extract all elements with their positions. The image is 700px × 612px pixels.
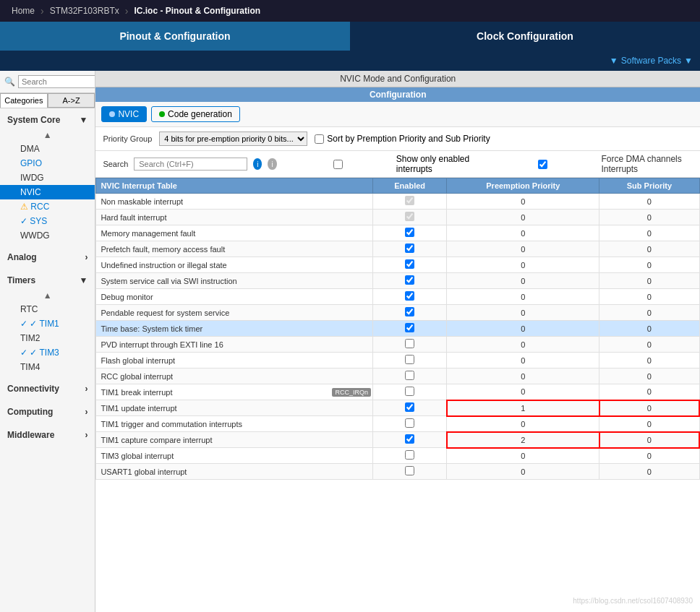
table-row: Time base: System tick timer00 xyxy=(96,321,699,337)
interrupt-enabled-cell[interactable] xyxy=(372,289,446,305)
sidebar-item-rtc[interactable]: RTC xyxy=(0,302,95,316)
show-enabled-checkbox[interactable] xyxy=(283,160,393,169)
rcc-irqn-badge: RCC_IRQn xyxy=(332,388,371,397)
sidebar-item-sys[interactable]: SYS xyxy=(0,214,95,228)
chevron-down-icon-system: ▼ xyxy=(80,115,88,125)
interrupt-enabled-checkbox[interactable] xyxy=(405,196,414,205)
interrupt-enabled-checkbox[interactable] xyxy=(405,466,414,475)
interrupt-sub-priority[interactable]: 0 xyxy=(599,400,699,416)
interrupt-enabled-checkbox[interactable] xyxy=(405,212,414,221)
interrupt-name: TIM1 update interrupt xyxy=(96,400,373,416)
computing-label: Computing xyxy=(7,407,53,417)
interrupt-enabled-checkbox[interactable] xyxy=(405,450,414,460)
interrupt-enabled-cell[interactable] xyxy=(372,273,446,289)
interrupt-enabled-cell[interactable] xyxy=(372,369,446,384)
sidebar-section-header-system-core[interactable]: System Core ▼ xyxy=(0,111,95,129)
scroll-up-arrow[interactable]: ▲ xyxy=(0,129,95,142)
sw-packs-button[interactable]: ▼ Software Packs ▼ xyxy=(610,56,693,66)
interrupt-preemption: 0 xyxy=(447,273,599,289)
scroll-up-arrow-timers[interactable]: ▲ xyxy=(0,289,95,302)
info-icon-2[interactable]: i xyxy=(268,158,276,170)
interrupt-enabled-checkbox[interactable] xyxy=(405,243,414,253)
chevron-right-icon-connectivity: › xyxy=(85,384,88,394)
interrupt-enabled-checkbox[interactable] xyxy=(405,402,414,412)
tab-code-gen[interactable]: Code generation xyxy=(151,106,240,122)
interrupt-enabled-cell[interactable] xyxy=(372,321,446,337)
interrupt-enabled-checkbox[interactable] xyxy=(405,228,414,237)
force-dma-checkbox[interactable] xyxy=(487,160,598,169)
sidebar-item-dma[interactable]: DMA xyxy=(0,142,95,156)
interrupt-enabled-checkbox[interactable] xyxy=(405,339,414,348)
interrupt-enabled-cell[interactable] xyxy=(372,432,446,448)
interrupt-enabled-cell[interactable] xyxy=(372,241,446,257)
interrupt-enabled-checkbox[interactable] xyxy=(405,291,414,301)
sidebar-section-header-computing[interactable]: Computing › xyxy=(0,403,95,421)
interrupt-enabled-checkbox[interactable] xyxy=(405,387,414,396)
interrupt-enabled-cell[interactable] xyxy=(372,400,446,416)
sidebar-search-bar: 🔍 ⚙ xyxy=(0,71,95,93)
chevron-right-icon-analog: › xyxy=(85,252,88,262)
force-dma-checkbox-label[interactable]: Force DMA channels Interrupts xyxy=(487,154,693,174)
interrupt-enabled-cell[interactable] xyxy=(372,464,446,480)
interrupt-enabled-checkbox[interactable] xyxy=(405,355,414,364)
interrupt-enabled-cell[interactable] xyxy=(372,194,446,210)
sidebar-section-header-middleware[interactable]: Middleware › xyxy=(0,426,95,444)
interrupt-enabled-checkbox[interactable] xyxy=(405,434,414,444)
tab-atoz[interactable]: A->Z xyxy=(48,93,95,108)
interrupt-enabled-cell[interactable] xyxy=(372,225,446,241)
sort-priority-checkbox-label[interactable]: Sort by Premption Priority and Sub Prior… xyxy=(315,134,490,144)
sidebar-item-tim4[interactable]: TIM4 xyxy=(0,360,95,374)
interrupt-search-input[interactable] xyxy=(134,158,247,171)
priority-group-select[interactable]: 4 bits for pre-emption priority 0 bits..… xyxy=(159,132,307,146)
interrupt-sub-priority[interactable]: 0 xyxy=(599,432,699,448)
interrupt-enabled-cell[interactable] xyxy=(372,416,446,432)
system-core-label: System Core xyxy=(7,115,60,125)
sidebar-item-rcc[interactable]: RCC xyxy=(0,199,95,214)
sidebar-section-timers: Timers ▼ ▲ RTC ✓ TIM1 TIM2 ✓ TIM3 TIM4 xyxy=(0,269,95,377)
sort-priority-checkbox[interactable] xyxy=(315,134,324,144)
sidebar-section-header-analog[interactable]: Analog › xyxy=(0,249,95,266)
interrupt-enabled-checkbox[interactable] xyxy=(405,275,414,285)
sidebar-section-header-timers[interactable]: Timers ▼ xyxy=(0,272,95,289)
interrupt-preemption[interactable]: 1 xyxy=(447,400,599,416)
sidebar-section-header-connectivity[interactable]: Connectivity › xyxy=(0,380,95,397)
table-row: Prefetch fault, memory access fault00 xyxy=(96,241,699,257)
interrupt-enabled-checkbox[interactable] xyxy=(405,371,414,380)
interrupt-enabled-cell[interactable] xyxy=(372,305,446,321)
interrupt-preemption[interactable]: 2 xyxy=(447,432,599,448)
sidebar-item-tim1[interactable]: ✓ TIM1 xyxy=(0,316,95,331)
sidebar-item-nvic[interactable]: NVIC xyxy=(0,185,95,199)
breadcrumb-file[interactable]: IC.ioc - Pinout & Configuration xyxy=(128,3,266,19)
interrupt-enabled-checkbox[interactable] xyxy=(405,418,414,428)
interrupt-preemption: 0 xyxy=(447,416,599,432)
sidebar-search-input[interactable] xyxy=(18,75,95,88)
info-icon-1[interactable]: i xyxy=(253,158,262,170)
table-row: TIM1 break interruptRCC_IRQn00 xyxy=(96,384,699,400)
sidebar-item-wwdg[interactable]: WWDG xyxy=(0,228,95,243)
sidebar-item-iwdg[interactable]: IWDG xyxy=(0,171,95,185)
interrupt-enabled-checkbox[interactable] xyxy=(405,307,414,316)
breadcrumb-home[interactable]: Home xyxy=(6,3,40,19)
sidebar-item-tim2[interactable]: TIM2 xyxy=(0,331,95,345)
sidebar-item-gpio[interactable]: GPIO xyxy=(0,156,95,171)
interrupt-enabled-cell[interactable] xyxy=(372,384,446,400)
tab-categories[interactable]: Categories xyxy=(0,93,48,108)
interrupt-enabled-cell[interactable] xyxy=(372,210,446,225)
show-enabled-checkbox-label[interactable]: Show only enabled interrupts xyxy=(283,154,482,174)
interrupt-enabled-cell[interactable] xyxy=(372,448,446,464)
interrupt-name: USART1 global interrupt xyxy=(96,464,373,480)
interrupt-enabled-checkbox[interactable] xyxy=(405,259,414,269)
tab-clock[interactable]: Clock Configuration xyxy=(350,22,700,51)
interrupt-name: Memory management fault xyxy=(96,225,373,241)
interrupt-enabled-cell[interactable] xyxy=(372,337,446,353)
tab-pinout[interactable]: Pinout & Configuration xyxy=(0,22,350,51)
breadcrumb-device[interactable]: STM32F103RBTx xyxy=(44,3,125,19)
tab-nvic[interactable]: NVIC xyxy=(101,106,147,122)
header-tabs: Pinout & Configuration Clock Configurati… xyxy=(0,22,700,51)
interrupt-enabled-cell[interactable] xyxy=(372,353,446,369)
interrupt-enabled-checkbox[interactable] xyxy=(405,323,414,332)
nvic-tab-label: NVIC xyxy=(118,109,139,119)
interrupt-name: Prefetch fault, memory access fault xyxy=(96,241,373,257)
interrupt-enabled-cell[interactable] xyxy=(372,257,446,273)
sidebar-item-tim3[interactable]: ✓ TIM3 xyxy=(0,345,95,360)
